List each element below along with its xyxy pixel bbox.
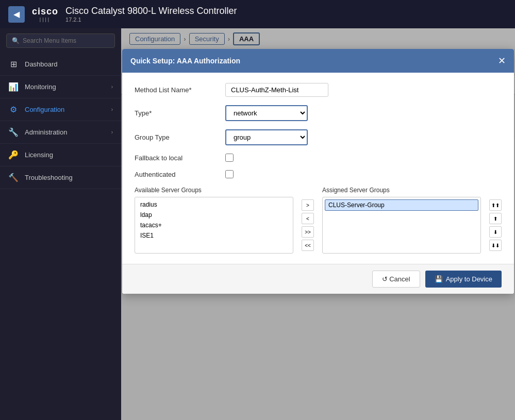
sidebar-item-label: Configuration xyxy=(25,106,105,113)
modal: Quick Setup: AAA Authorization ✕ Method … xyxy=(122,49,514,294)
apply-to-device-button[interactable]: 💾 Apply to Device xyxy=(425,271,502,288)
sidebar-item-troubleshooting[interactable]: 🔨 Troubleshooting xyxy=(0,166,121,189)
search-box[interactable]: 🔍 xyxy=(6,33,115,48)
sidebar-item-label: Monitoring xyxy=(25,83,105,91)
group-type-select[interactable]: group local if-authenticated xyxy=(225,129,308,145)
dashboard-icon: ⊞ xyxy=(8,59,19,69)
order-arrows: ⬆⬆ ⬆ ⬇ ⬇⬇ xyxy=(489,187,502,254)
type-row: Type* network exec commands dot1x xyxy=(135,105,502,121)
chevron-right-icon: › xyxy=(111,129,113,135)
remove-one-arrow[interactable]: < xyxy=(302,213,314,224)
cisco-logo: cisco |||| xyxy=(32,6,58,22)
method-list-name-input[interactable] xyxy=(225,83,328,97)
sidebar-item-configuration[interactable]: ⚙ Configuration › xyxy=(0,98,121,121)
remove-all-arrow[interactable]: << xyxy=(302,240,314,251)
troubleshooting-icon: 🔨 xyxy=(8,173,19,182)
server-groups-section: Available Server Groups radius ldap taca… xyxy=(135,187,502,254)
monitoring-icon: 📊 xyxy=(8,82,19,92)
chevron-right-icon: › xyxy=(111,84,113,90)
transfer-arrows: > < >> << xyxy=(302,187,314,254)
fallback-row: Fallback to local xyxy=(135,154,502,162)
sidebar-item-label: Dashboard xyxy=(25,60,113,68)
cisco-logo-sub: |||| xyxy=(40,17,51,22)
sidebar-item-monitoring[interactable]: 📊 Monitoring › xyxy=(0,76,121,98)
chevron-right-icon: › xyxy=(111,107,113,112)
group-type-row: Group Type group local if-authenticated xyxy=(135,129,502,145)
list-item[interactable]: radius xyxy=(137,199,291,210)
back-icon: ◀ xyxy=(13,9,20,19)
licensing-icon: 🔑 xyxy=(8,150,19,160)
move-up-button[interactable]: ⬆ xyxy=(489,213,502,224)
available-groups-label: Available Server Groups xyxy=(135,187,293,194)
fallback-label: Fallback to local xyxy=(135,154,217,162)
list-item[interactable]: ldap xyxy=(137,210,291,220)
assigned-groups-label: Assigned Server Groups xyxy=(322,187,481,194)
version-label: 17.2.1 xyxy=(65,16,237,23)
search-icon: 🔍 xyxy=(12,37,20,44)
modal-footer: ↺ Cancel 💾 Apply to Device xyxy=(122,264,514,294)
type-select[interactable]: network exec commands dot1x xyxy=(225,105,308,121)
modal-overlay: Quick Setup: AAA Authorization ✕ Method … xyxy=(121,28,515,420)
administration-icon: 🔧 xyxy=(8,127,19,137)
fallback-checkbox[interactable] xyxy=(225,154,234,162)
available-groups-panel: Available Server Groups radius ldap taca… xyxy=(135,187,293,254)
topbar-title-group: Cisco Catalyst 9800-L Wireless Controlle… xyxy=(65,6,237,23)
authenticated-label: Authenticated xyxy=(135,171,217,178)
assigned-groups-panel: Assigned Server Groups CLUS-Server-Group xyxy=(322,187,481,254)
modal-body: Method List Name* Type* network exec com… xyxy=(122,73,514,264)
sidebar-item-label: Administration xyxy=(25,128,105,136)
assigned-groups-list[interactable]: CLUS-Server-Group xyxy=(322,197,481,254)
sidebar-item-label: Licensing xyxy=(25,151,113,159)
move-last-button[interactable]: ⬇⬇ xyxy=(489,240,502,251)
topbar: ◀ cisco |||| Cisco Catalyst 9800-L Wirel… xyxy=(0,0,515,28)
cisco-logo-text: cisco xyxy=(32,6,58,17)
sidebar-item-administration[interactable]: 🔧 Administration › xyxy=(0,121,121,144)
available-groups-list[interactable]: radius ldap tacacs+ ISE1 xyxy=(135,197,293,254)
list-item[interactable]: ISE1 xyxy=(137,230,291,241)
authenticated-checkbox[interactable] xyxy=(225,170,234,178)
modal-title: Quick Setup: AAA Authorization xyxy=(130,57,240,65)
content-area: Configuration › Security › AAA + AAA Wiz… xyxy=(121,28,515,420)
group-type-label: Group Type xyxy=(135,133,217,141)
add-one-arrow[interactable]: > xyxy=(302,199,314,211)
sidebar-item-licensing[interactable]: 🔑 Licensing xyxy=(0,144,121,166)
modal-header: Quick Setup: AAA Authorization ✕ xyxy=(122,49,514,73)
add-all-arrow[interactable]: >> xyxy=(302,226,314,238)
authenticated-row: Authenticated xyxy=(135,170,502,178)
move-first-button[interactable]: ⬆⬆ xyxy=(489,199,502,211)
modal-close-button[interactable]: ✕ xyxy=(498,55,506,66)
list-item[interactable]: CLUS-Server-Group xyxy=(325,199,478,211)
page-title: Cisco Catalyst 9800-L Wireless Controlle… xyxy=(65,6,237,16)
search-input[interactable] xyxy=(23,37,109,44)
sidebar-item-label: Troubleshooting xyxy=(25,174,113,181)
move-down-button[interactable]: ⬇ xyxy=(489,226,502,238)
save-icon: 💾 xyxy=(435,275,443,283)
back-button[interactable]: ◀ xyxy=(8,6,25,23)
cancel-button[interactable]: ↺ Cancel xyxy=(372,271,420,288)
method-list-name-label: Method List Name* xyxy=(135,86,217,94)
configuration-icon: ⚙ xyxy=(8,105,19,114)
method-list-name-row: Method List Name* xyxy=(135,83,502,97)
list-item[interactable]: tacacs+ xyxy=(137,220,291,230)
sidebar-item-dashboard[interactable]: ⊞ Dashboard xyxy=(0,53,121,76)
type-label: Type* xyxy=(135,109,217,117)
sidebar: 🔍 ⊞ Dashboard 📊 Monitoring › ⚙ Configura… xyxy=(0,28,121,420)
